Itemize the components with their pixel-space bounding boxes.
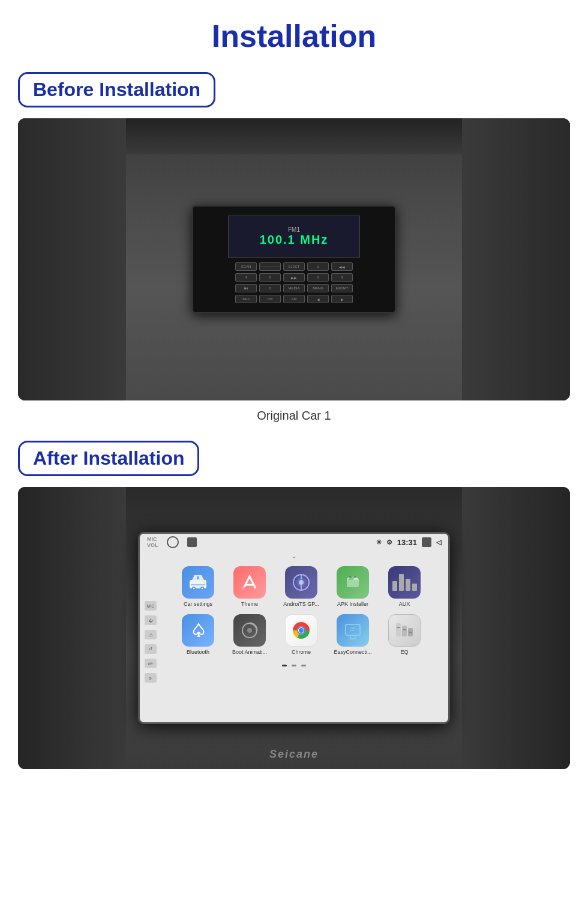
after-installation-badge: After Installation: [18, 441, 199, 476]
apps-area: MIC ⏻ △ ↺ d+ d- Car settings: [140, 561, 448, 722]
status-bar: MICVOL ✳ ⚙ 13:31 ◁: [140, 534, 448, 551]
android-head-unit: MICVOL ✳ ⚙ 13:31 ◁ ⌄: [138, 532, 450, 724]
svg-point-13: [299, 580, 304, 585]
svg-rect-8: [197, 576, 199, 579]
svg-rect-0: [423, 540, 429, 545]
svg-point-16: [349, 576, 352, 578]
svg-point-7: [202, 588, 203, 590]
svg-point-19: [247, 628, 252, 633]
app-easyconnect[interactable]: EasyConnecti...: [332, 614, 374, 655]
svg-point-17: [354, 576, 356, 578]
home-button: [167, 536, 179, 548]
menu-button: [187, 537, 197, 547]
radio-screen: FM1 100.1 MHz: [228, 216, 360, 258]
svg-rect-10: [241, 587, 245, 590]
svg-rect-30: [409, 632, 412, 633]
app-theme[interactable]: Theme: [229, 566, 271, 607]
svg-rect-28: [397, 627, 400, 628]
page-title: Installation: [212, 18, 376, 54]
svg-rect-2: [190, 580, 206, 588]
svg-rect-29: [403, 629, 406, 630]
after-installation-image: MICVOL ✳ ⚙ 13:31 ◁ ⌄: [18, 487, 570, 769]
swipe-indicator: ⌄: [140, 551, 448, 561]
apps-row-2: ♤ Bluetooth Boot Animati...: [147, 614, 441, 655]
image-caption: Original Car 1: [257, 409, 331, 423]
svg-rect-26: [402, 626, 407, 636]
svg-point-23: [299, 628, 304, 633]
seicane-logo: Seicane: [269, 748, 319, 761]
apps-row-1: Car settings Theme AndroiT: [147, 566, 441, 607]
app-eq[interactable]: EQ: [383, 614, 425, 655]
app-apk-installer[interactable]: APK Installer: [332, 566, 374, 607]
svg-rect-1: [429, 541, 430, 543]
svg-point-9: [203, 581, 206, 584]
app-chrome[interactable]: Chrome: [280, 614, 322, 655]
old-radio-unit: FM1 100.1 MHz SCAN ───────── EJECT 1 ◀◀ …: [192, 205, 396, 313]
app-car-settings[interactable]: Car settings: [177, 566, 219, 607]
before-installation-badge: Before Installation: [18, 72, 215, 107]
side-controls: MIC ⏻ △ ↺ d+ d-: [140, 596, 161, 687]
svg-point-6: [193, 588, 195, 590]
svg-rect-25: [396, 623, 401, 636]
app-boot-animation[interactable]: Boot Animati...: [229, 614, 271, 655]
before-installation-image: FM1 100.1 MHz SCAN ───────── EJECT 1 ◀◀ …: [18, 118, 570, 400]
page-dots: [147, 662, 441, 669]
app-androits[interactable]: AndroiTS GP...: [280, 566, 322, 607]
svg-rect-24: [346, 624, 360, 635]
app-bluetooth[interactable]: ♤ Bluetooth: [177, 614, 219, 655]
svg-rect-15: [347, 580, 359, 587]
app-aux[interactable]: AUX: [383, 566, 425, 607]
battery-icon: [422, 537, 431, 547]
